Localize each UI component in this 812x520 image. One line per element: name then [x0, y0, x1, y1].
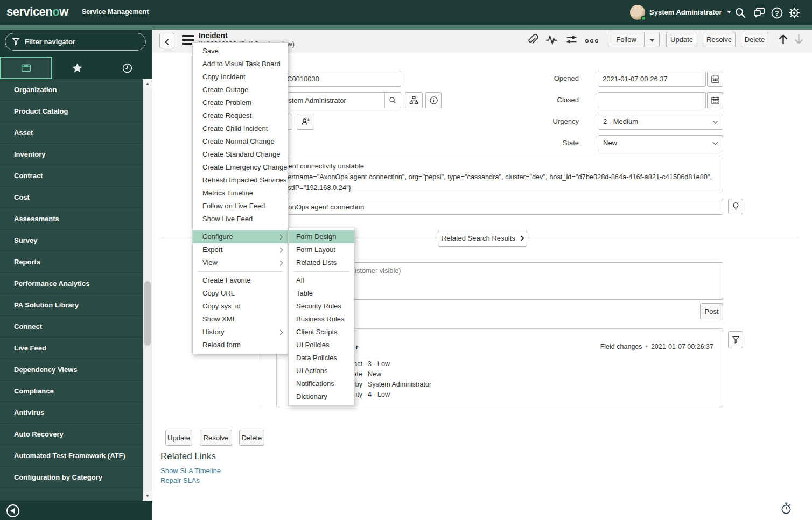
- menu-item-copy-sys-id[interactable]: Copy sys_id: [193, 300, 288, 313]
- submenu-item-security-rules[interactable]: Security Rules: [289, 300, 354, 313]
- submenu-item-table[interactable]: Table: [289, 287, 354, 300]
- sidebar-scrollbar[interactable]: ▲ ▼: [143, 79, 152, 501]
- connect-chat-icon[interactable]: [753, 6, 766, 19]
- post-button[interactable]: Post: [700, 303, 723, 319]
- sidebar-item-survey[interactable]: Survey: [0, 230, 143, 251]
- menu-item-create-problem[interactable]: Create Problem: [193, 96, 288, 109]
- sidebar-item-compliance[interactable]: Compliance: [0, 381, 143, 402]
- short-description-field[interactable]: [275, 199, 723, 215]
- suggestion-button[interactable]: [728, 199, 743, 214]
- resolve-button-bottom[interactable]: Resolve: [200, 430, 232, 446]
- menu-item-export[interactable]: Export: [193, 243, 288, 256]
- activity-stream-icon[interactable]: [545, 33, 558, 46]
- user-menu[interactable]: System Administrator: [649, 8, 731, 16]
- menu-item-metrics-timeline[interactable]: Metrics Timeline: [193, 187, 288, 200]
- sidebar-item-contract[interactable]: Contract: [0, 165, 143, 187]
- tab-history[interactable]: [102, 57, 152, 79]
- opened-field[interactable]: [598, 71, 706, 87]
- scroll-down-icon[interactable]: ▼: [143, 491, 152, 501]
- menu-item-create-request[interactable]: Create Request: [193, 109, 288, 122]
- sidebar-item-organization[interactable]: Organization: [0, 79, 143, 101]
- menu-item-create-favorite[interactable]: Create Favorite: [193, 274, 288, 287]
- delete-button[interactable]: Delete: [741, 32, 768, 47]
- update-button-bottom[interactable]: Update: [165, 430, 192, 446]
- submenu-item-data-policies[interactable]: Data Policies: [289, 352, 354, 364]
- related-search-results-button[interactable]: Related Search Results: [438, 230, 527, 247]
- menu-item-refresh-impacted-services[interactable]: Refresh Impacted Services: [193, 174, 288, 187]
- description-field[interactable]: Agent connectivity unstable {alertname="…: [275, 158, 723, 192]
- sidebar-item-connect[interactable]: Connect: [0, 316, 143, 338]
- sidebar-item-assessments[interactable]: Assessments: [0, 208, 143, 230]
- submenu-item-ui-policies[interactable]: UI Policies: [289, 339, 354, 352]
- menu-item-follow-on-live-feed[interactable]: Follow on Live Feed: [193, 200, 288, 213]
- sidebar-item-inventory[interactable]: Inventory: [0, 144, 143, 165]
- submenu-item-client-scripts[interactable]: Client Scripts: [289, 326, 354, 339]
- menu-item-copy-url[interactable]: Copy URL: [193, 287, 288, 300]
- number-field[interactable]: [275, 71, 401, 87]
- scrollbar-thumb[interactable]: [144, 281, 151, 346]
- update-button[interactable]: Update: [666, 32, 697, 47]
- response-time-icon[interactable]: [780, 502, 792, 515]
- more-options-icon[interactable]: [585, 36, 599, 41]
- menu-item-create-standard-change[interactable]: Create Standard Change: [193, 148, 288, 161]
- menu-item-create-normal-change[interactable]: Create Normal Change: [193, 135, 288, 148]
- menu-item-create-emergency-change[interactable]: Create Emergency Change: [193, 161, 288, 174]
- closed-calendar-button[interactable]: [707, 92, 723, 108]
- menu-item-show-live-feed[interactable]: Show Live Feed: [193, 213, 288, 226]
- state-select[interactable]: New: [598, 135, 723, 151]
- reference-lookup-icon[interactable]: [384, 93, 401, 108]
- submenu-item-all[interactable]: All: [289, 274, 354, 287]
- urgency-select[interactable]: 2 - Medium: [598, 114, 723, 130]
- submenu-item-form-layout[interactable]: Form Layout: [289, 243, 354, 256]
- menu-item-show-xml[interactable]: Show XML: [193, 313, 288, 326]
- sidebar-item-cost[interactable]: Cost: [0, 187, 143, 208]
- sidebar-item-atf[interactable]: Automated Test Framework (ATF): [0, 445, 143, 467]
- collapse-navigator-button[interactable]: [6, 504, 19, 517]
- follow-button[interactable]: Follow: [608, 32, 645, 47]
- back-button[interactable]: [159, 33, 174, 48]
- help-icon[interactable]: ?: [771, 6, 783, 19]
- user-avatar[interactable]: [630, 5, 645, 20]
- sidebar-item-dependency-views[interactable]: Dependency Views: [0, 359, 143, 381]
- caller-field[interactable]: [275, 92, 401, 108]
- resolve-button[interactable]: Resolve: [703, 32, 736, 47]
- tab-favorites[interactable]: [52, 57, 102, 79]
- sidebar-item-pa-solution-library[interactable]: PA Solution Library: [0, 294, 143, 316]
- scroll-up-icon[interactable]: ▲: [143, 79, 152, 88]
- sidebar-item-reports[interactable]: Reports: [0, 251, 143, 273]
- submenu-item-form-design[interactable]: Form Design: [289, 230, 354, 243]
- sidebar-item-asset[interactable]: Asset: [0, 122, 143, 144]
- sidebar-item-performance-analytics[interactable]: Performance Analytics: [0, 273, 143, 294]
- filter-navigator-input[interactable]: [25, 38, 139, 46]
- menu-item-create-outage[interactable]: Create Outage: [193, 83, 288, 96]
- filter-navigator[interactable]: [5, 33, 146, 51]
- menu-item-save[interactable]: Save: [193, 45, 288, 58]
- activity-filter-button[interactable]: [728, 331, 743, 348]
- show-hierarchy-button[interactable]: [405, 92, 423, 108]
- submenu-item-ui-actions[interactable]: UI Actions: [289, 364, 354, 377]
- closed-field[interactable]: [598, 92, 706, 108]
- follow-dropdown-button[interactable]: [645, 32, 660, 47]
- submenu-item-notifications[interactable]: Notifications: [289, 377, 354, 390]
- global-search-icon[interactable]: [734, 6, 747, 19]
- menu-item-add-to-visual-task-board[interactable]: Add to Visual Task Board: [193, 58, 288, 71]
- sidebar-item-configuration-by-category[interactable]: Configuration by Category: [0, 467, 143, 488]
- menu-item-reload-form[interactable]: Reload form: [193, 339, 288, 352]
- personalize-form-icon[interactable]: [565, 33, 578, 46]
- menu-item-history[interactable]: History: [193, 326, 288, 339]
- submenu-item-business-rules[interactable]: Business Rules: [289, 313, 354, 326]
- servicenow-logo[interactable]: servicenow: [6, 5, 68, 19]
- link-show-sla-timeline[interactable]: Show SLA Timeline: [160, 467, 221, 475]
- attachment-icon[interactable]: [526, 33, 538, 46]
- link-repair-slas[interactable]: Repair SLAs: [160, 476, 200, 484]
- menu-item-create-child-incident[interactable]: Create Child Incident: [193, 122, 288, 135]
- preview-record-button[interactable]: [425, 92, 442, 108]
- delete-button-bottom[interactable]: Delete: [239, 430, 264, 446]
- menu-item-copy-incident[interactable]: Copy Incident: [193, 71, 288, 83]
- gear-icon[interactable]: [788, 6, 801, 19]
- previous-record-icon[interactable]: [776, 32, 790, 46]
- submenu-item-dictionary[interactable]: Dictionary: [289, 390, 354, 403]
- menu-item-configure[interactable]: Configure: [193, 230, 288, 243]
- submenu-item-related-lists[interactable]: Related Lists: [289, 256, 354, 269]
- menu-item-view[interactable]: View: [193, 256, 288, 269]
